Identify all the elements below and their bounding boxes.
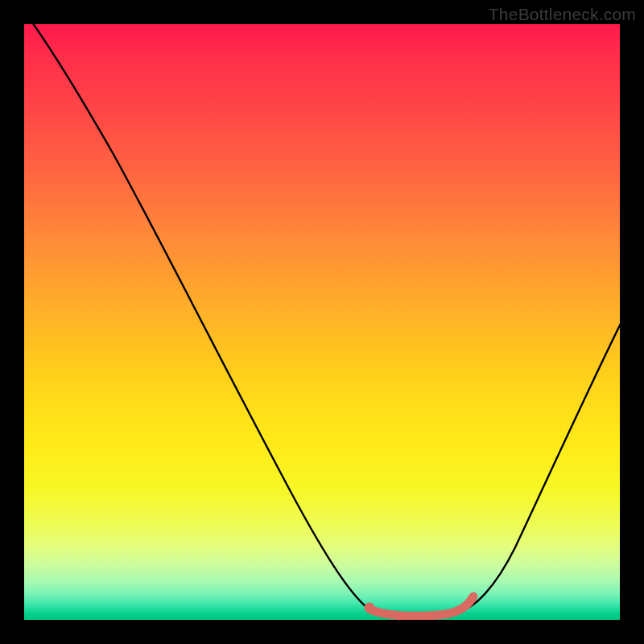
plot-area	[24, 24, 620, 620]
chart-frame: TheBottleneck.com	[0, 0, 644, 644]
bottleneck-curve	[24, 24, 620, 620]
optimal-zone-marker	[370, 597, 473, 616]
curve-path	[31, 24, 620, 617]
watermark-label: TheBottleneck.com	[489, 5, 636, 24]
optimal-start-dot	[365, 603, 375, 613]
